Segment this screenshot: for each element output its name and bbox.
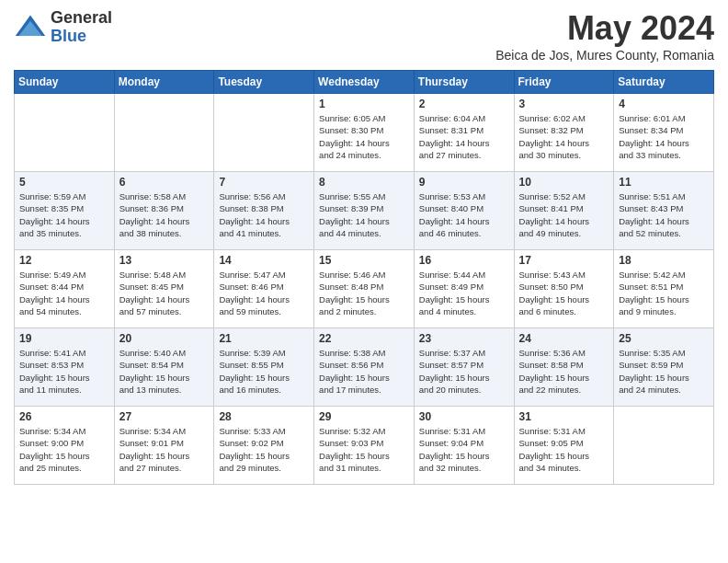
cell-info: Sunrise: 5:48 AM Sunset: 8:45 PM Dayligh…	[119, 269, 210, 317]
cell-info: Sunrise: 5:34 AM Sunset: 9:01 PM Dayligh…	[119, 425, 210, 474]
calendar-cell: 31Sunrise: 5:31 AM Sunset: 9:05 PM Dayli…	[514, 407, 614, 485]
calendar-cell: 2Sunrise: 6:04 AM Sunset: 8:31 PM Daylig…	[414, 94, 514, 172]
cell-info: Sunrise: 5:52 AM Sunset: 8:41 PM Dayligh…	[519, 190, 609, 239]
calendar-cell: 19Sunrise: 5:41 AM Sunset: 8:53 PM Dayli…	[15, 328, 115, 407]
day-number: 16	[419, 254, 509, 267]
calendar-cell: 8Sunrise: 5:55 AM Sunset: 8:39 PM Daylig…	[314, 172, 415, 250]
day-number: 13	[119, 254, 210, 267]
calendar-cell: 14Sunrise: 5:47 AM Sunset: 8:46 PM Dayli…	[214, 250, 314, 328]
calendar-cell: 16Sunrise: 5:44 AM Sunset: 8:49 PM Dayli…	[414, 250, 514, 328]
cell-info: Sunrise: 6:01 AM Sunset: 8:34 PM Dayligh…	[619, 112, 709, 161]
day-number: 20	[119, 332, 210, 345]
day-number: 1	[319, 98, 409, 110]
cell-info: Sunrise: 5:55 AM Sunset: 8:39 PM Dayligh…	[319, 190, 409, 239]
day-number: 9	[419, 176, 509, 189]
day-number: 22	[319, 332, 409, 345]
cell-info: Sunrise: 5:37 AM Sunset: 8:57 PM Dayligh…	[419, 347, 509, 396]
day-number: 4	[619, 98, 709, 110]
weekday-header-saturday: Saturday	[614, 71, 714, 94]
calendar-cell: 9Sunrise: 5:53 AM Sunset: 8:40 PM Daylig…	[414, 172, 514, 250]
day-number: 23	[419, 332, 509, 345]
day-number: 10	[519, 176, 609, 189]
day-number: 7	[219, 176, 309, 189]
calendar-cell: 25Sunrise: 5:35 AM Sunset: 8:59 PM Dayli…	[614, 328, 714, 407]
cell-info: Sunrise: 5:49 AM Sunset: 8:44 PM Dayligh…	[19, 269, 109, 317]
day-number: 14	[219, 254, 309, 267]
day-number: 11	[619, 176, 709, 189]
cell-info: Sunrise: 5:41 AM Sunset: 8:53 PM Dayligh…	[19, 347, 109, 396]
day-number: 5	[19, 176, 109, 189]
day-number: 8	[319, 176, 409, 189]
calendar-cell: 24Sunrise: 5:36 AM Sunset: 8:58 PM Dayli…	[514, 328, 614, 407]
cell-info: Sunrise: 5:59 AM Sunset: 8:35 PM Dayligh…	[19, 190, 109, 239]
calendar-cell: 13Sunrise: 5:48 AM Sunset: 8:45 PM Dayli…	[114, 250, 214, 328]
cell-info: Sunrise: 5:53 AM Sunset: 8:40 PM Dayligh…	[419, 190, 509, 239]
logo-icon	[14, 11, 47, 44]
calendar-cell: 18Sunrise: 5:42 AM Sunset: 8:51 PM Dayli…	[614, 250, 714, 328]
calendar-cell	[15, 94, 115, 172]
cell-info: Sunrise: 5:44 AM Sunset: 8:49 PM Dayligh…	[419, 269, 509, 317]
cell-info: Sunrise: 5:58 AM Sunset: 8:36 PM Dayligh…	[119, 190, 210, 239]
cell-info: Sunrise: 6:04 AM Sunset: 8:31 PM Dayligh…	[419, 112, 509, 161]
day-number: 18	[619, 254, 709, 267]
cell-info: Sunrise: 5:39 AM Sunset: 8:55 PM Dayligh…	[219, 347, 309, 396]
cell-info: Sunrise: 5:51 AM Sunset: 8:43 PM Dayligh…	[619, 190, 709, 239]
day-number: 29	[319, 410, 409, 423]
calendar-cell: 4Sunrise: 6:01 AM Sunset: 8:34 PM Daylig…	[614, 94, 714, 172]
calendar-cell: 27Sunrise: 5:34 AM Sunset: 9:01 PM Dayli…	[114, 407, 214, 485]
weekday-header-sunday: Sunday	[15, 71, 115, 94]
day-number: 25	[619, 332, 709, 345]
cell-info: Sunrise: 5:43 AM Sunset: 8:50 PM Dayligh…	[519, 269, 609, 317]
weekday-header-friday: Friday	[514, 71, 614, 94]
cell-info: Sunrise: 5:32 AM Sunset: 9:03 PM Dayligh…	[319, 425, 409, 474]
calendar-cell: 20Sunrise: 5:40 AM Sunset: 8:54 PM Dayli…	[114, 328, 214, 407]
cell-info: Sunrise: 5:35 AM Sunset: 8:59 PM Dayligh…	[619, 347, 709, 396]
calendar-cell: 11Sunrise: 5:51 AM Sunset: 8:43 PM Dayli…	[614, 172, 714, 250]
month-title: May 2024	[495, 9, 714, 48]
weekday-header-row: SundayMondayTuesdayWednesdayThursdayFrid…	[15, 71, 714, 94]
cell-info: Sunrise: 5:34 AM Sunset: 9:00 PM Dayligh…	[19, 425, 109, 474]
calendar-cell: 30Sunrise: 5:31 AM Sunset: 9:04 PM Dayli…	[414, 407, 514, 485]
day-number: 19	[19, 332, 109, 345]
calendar-cell: 6Sunrise: 5:58 AM Sunset: 8:36 PM Daylig…	[114, 172, 214, 250]
weekday-header-monday: Monday	[114, 71, 214, 94]
calendar-cell: 22Sunrise: 5:38 AM Sunset: 8:56 PM Dayli…	[314, 328, 415, 407]
week-row-3: 12Sunrise: 5:49 AM Sunset: 8:44 PM Dayli…	[15, 250, 714, 328]
day-number: 21	[219, 332, 309, 345]
cell-info: Sunrise: 5:42 AM Sunset: 8:51 PM Dayligh…	[619, 269, 709, 317]
calendar-cell: 21Sunrise: 5:39 AM Sunset: 8:55 PM Dayli…	[214, 328, 314, 407]
cell-info: Sunrise: 5:33 AM Sunset: 9:02 PM Dayligh…	[219, 425, 309, 474]
day-number: 30	[419, 410, 509, 423]
calendar-cell: 3Sunrise: 6:02 AM Sunset: 8:32 PM Daylig…	[514, 94, 614, 172]
day-number: 15	[319, 254, 409, 267]
day-number: 12	[19, 254, 109, 267]
logo-general-text: General	[51, 9, 112, 28]
calendar-cell	[614, 407, 714, 485]
day-number: 28	[219, 410, 309, 423]
calendar-cell: 26Sunrise: 5:34 AM Sunset: 9:00 PM Dayli…	[15, 407, 115, 485]
weekday-header-thursday: Thursday	[414, 71, 514, 94]
calendar-cell: 15Sunrise: 5:46 AM Sunset: 8:48 PM Dayli…	[314, 250, 415, 328]
calendar-cell: 28Sunrise: 5:33 AM Sunset: 9:02 PM Dayli…	[214, 407, 314, 485]
calendar-cell	[114, 94, 214, 172]
day-number: 2	[419, 98, 509, 110]
day-number: 27	[119, 410, 210, 423]
calendar-cell: 1Sunrise: 6:05 AM Sunset: 8:30 PM Daylig…	[314, 94, 415, 172]
cell-info: Sunrise: 5:31 AM Sunset: 9:05 PM Dayligh…	[519, 425, 609, 474]
calendar-cell: 23Sunrise: 5:37 AM Sunset: 8:57 PM Dayli…	[414, 328, 514, 407]
cell-info: Sunrise: 6:05 AM Sunset: 8:30 PM Dayligh…	[319, 112, 409, 161]
day-number: 17	[519, 254, 609, 267]
cell-info: Sunrise: 5:47 AM Sunset: 8:46 PM Dayligh…	[219, 269, 309, 317]
cell-info: Sunrise: 5:56 AM Sunset: 8:38 PM Dayligh…	[219, 190, 309, 239]
title-block: May 2024 Beica de Jos, Mures County, Rom…	[495, 9, 714, 63]
calendar-cell: 29Sunrise: 5:32 AM Sunset: 9:03 PM Dayli…	[314, 407, 415, 485]
calendar-cell: 5Sunrise: 5:59 AM Sunset: 8:35 PM Daylig…	[15, 172, 115, 250]
cell-info: Sunrise: 5:40 AM Sunset: 8:54 PM Dayligh…	[119, 347, 210, 396]
calendar-table: SundayMondayTuesdayWednesdayThursdayFrid…	[14, 70, 714, 485]
week-row-1: 1Sunrise: 6:05 AM Sunset: 8:30 PM Daylig…	[15, 94, 714, 172]
day-number: 31	[519, 410, 609, 423]
week-row-4: 19Sunrise: 5:41 AM Sunset: 8:53 PM Dayli…	[15, 328, 714, 407]
logo: General Blue	[14, 9, 112, 46]
day-number: 24	[519, 332, 609, 345]
week-row-5: 26Sunrise: 5:34 AM Sunset: 9:00 PM Dayli…	[15, 407, 714, 485]
